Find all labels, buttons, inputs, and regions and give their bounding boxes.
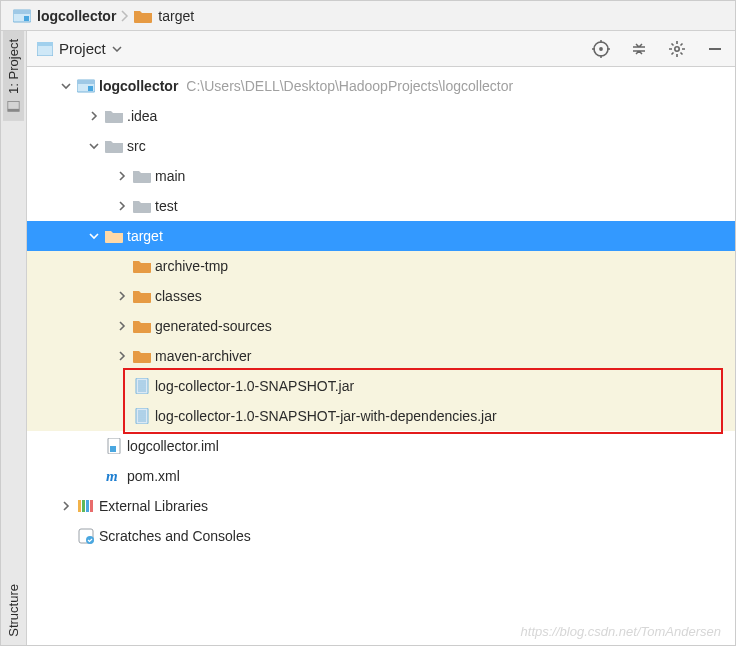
view-selector[interactable]: Project [37, 40, 122, 57]
svg-point-23 [86, 536, 94, 544]
tree-item-label: pom.xml [127, 468, 180, 484]
jar-icon [133, 379, 151, 393]
svg-rect-1 [13, 10, 31, 14]
svg-rect-2 [24, 16, 29, 21]
tab-label: Structure [6, 584, 21, 637]
folder-grey-icon [105, 109, 123, 123]
tree-item[interactable]: target [27, 221, 735, 251]
folder-grey-icon [133, 199, 151, 213]
svg-rect-18 [78, 500, 81, 512]
folder-orange-icon [133, 289, 151, 303]
chevron-right-icon[interactable] [87, 109, 101, 123]
tree-item[interactable]: logcollectorC:\Users\DELL\Desktop\Hadoop… [27, 71, 735, 101]
svg-rect-14 [136, 408, 148, 424]
chevron-right-icon[interactable] [115, 199, 129, 213]
tree-item-label: main [155, 168, 185, 184]
svg-rect-16 [110, 446, 116, 452]
folder-icon [134, 9, 152, 23]
maven-icon: m [105, 469, 123, 483]
tree-item[interactable]: main [27, 161, 735, 191]
breadcrumb-label: logcollector [37, 8, 116, 24]
chevron-right-icon[interactable] [115, 169, 129, 183]
svg-point-9 [675, 46, 679, 50]
tool-window-stripe: 1: Project Structure [1, 31, 27, 645]
folder-grey-icon [105, 139, 123, 153]
chevron-down-icon[interactable] [87, 139, 101, 153]
iml-icon [105, 439, 123, 453]
collapse-all-icon[interactable] [629, 39, 649, 59]
breadcrumb-item-root[interactable]: logcollector [9, 8, 120, 24]
folder-orange-icon [133, 349, 151, 363]
tree-item-label: Scratches and Consoles [99, 528, 251, 544]
view-label: Project [59, 40, 106, 57]
tab-label: 1: Project [6, 39, 21, 94]
svg-rect-21 [90, 500, 93, 512]
svg-rect-20 [86, 500, 89, 512]
tree-item-label: External Libraries [99, 498, 208, 514]
locate-icon[interactable] [591, 39, 611, 59]
tree-item-label: log-collector-1.0-SNAPSHOT-jar-with-depe… [155, 408, 497, 424]
svg-rect-4 [8, 109, 19, 111]
tree-item[interactable]: Scratches and Consoles [27, 521, 735, 551]
tree-item[interactable]: archive-tmp [27, 251, 735, 281]
breadcrumb-label: target [158, 8, 194, 24]
chevron-right-icon[interactable] [59, 499, 73, 513]
scratch-icon [77, 529, 95, 543]
tree-item-label: logcollector [99, 78, 178, 94]
tree-item-label: src [127, 138, 146, 154]
tree-item[interactable]: classes [27, 281, 735, 311]
svg-rect-19 [82, 500, 85, 512]
tree-item-label: log-collector-1.0-SNAPSHOT.jar [155, 378, 354, 394]
breadcrumb-item-target[interactable]: target [130, 8, 198, 24]
minimize-icon[interactable] [705, 39, 725, 59]
chevron-down-icon [112, 46, 122, 52]
breadcrumb[interactable]: logcollector target [1, 1, 735, 31]
toolbar-actions [591, 39, 725, 59]
tree-item-label: maven-archiver [155, 348, 251, 364]
svg-point-8 [599, 47, 603, 51]
module-icon [77, 79, 95, 93]
tree-item-label: archive-tmp [155, 258, 228, 274]
project-tool-window: Project logcollectorC:\Users\DELL\Deskto… [27, 31, 735, 645]
folder-orange-icon [105, 229, 123, 243]
tree-item-label: target [127, 228, 163, 244]
tree-item[interactable]: mpom.xml [27, 461, 735, 491]
svg-rect-6 [37, 42, 53, 46]
folder-orange-icon [133, 319, 151, 333]
module-icon [13, 9, 31, 23]
svg-rect-12 [88, 86, 93, 91]
project-tree[interactable]: logcollectorC:\Users\DELL\Desktop\Hadoop… [27, 67, 735, 561]
tree-item[interactable]: generated-sources [27, 311, 735, 341]
tree-item[interactable]: log-collector-1.0-SNAPSHOT-jar-with-depe… [27, 401, 735, 431]
folder-orange-icon [133, 259, 151, 273]
tree-item-label: logcollector.iml [127, 438, 219, 454]
window-icon [7, 100, 20, 113]
tree-item-label: classes [155, 288, 202, 304]
tree-item[interactable]: maven-archiver [27, 341, 735, 371]
folder-grey-icon [133, 169, 151, 183]
tree-item[interactable]: src [27, 131, 735, 161]
chevron-right-icon [120, 10, 130, 22]
svg-rect-13 [136, 378, 148, 394]
svg-text:m: m [106, 468, 118, 484]
tree-item-label: generated-sources [155, 318, 272, 334]
tree-item-label: .idea [127, 108, 157, 124]
gear-icon[interactable] [667, 39, 687, 59]
chevron-right-icon[interactable] [115, 349, 129, 363]
chevron-down-icon[interactable] [59, 79, 73, 93]
tool-window-header: Project [27, 31, 735, 67]
svg-rect-11 [77, 80, 95, 84]
tree-item[interactable]: logcollector.iml [27, 431, 735, 461]
tree-item[interactable]: test [27, 191, 735, 221]
tree-item[interactable]: .idea [27, 101, 735, 131]
chevron-right-icon[interactable] [115, 319, 129, 333]
tab-project[interactable]: 1: Project [3, 31, 24, 121]
tree-item-label: test [155, 198, 178, 214]
jar-icon [133, 409, 151, 423]
chevron-right-icon[interactable] [115, 289, 129, 303]
tab-structure[interactable]: Structure [3, 576, 24, 645]
chevron-down-icon[interactable] [87, 229, 101, 243]
tree-item[interactable]: External Libraries [27, 491, 735, 521]
tree-item-path: C:\Users\DELL\Desktop\HadoopProjects\log… [186, 78, 513, 94]
tree-item[interactable]: log-collector-1.0-SNAPSHOT.jar [27, 371, 735, 401]
